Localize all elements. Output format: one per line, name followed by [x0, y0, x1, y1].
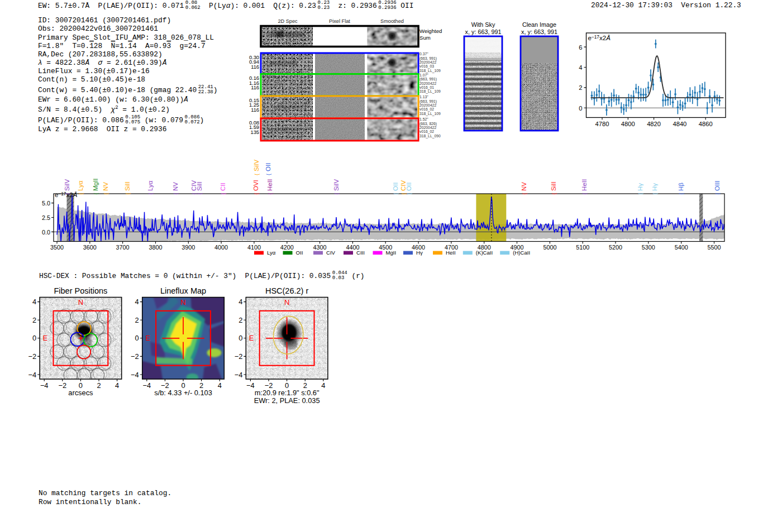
svg-text:Hβ: Hβ: [678, 183, 684, 191]
svg-text:HSC(26.2) r: HSC(26.2) r: [265, 286, 309, 295]
svg-text:E: E: [145, 334, 150, 342]
svg-text:SiIV: SiIV: [64, 179, 70, 191]
svg-text:{: {: [103, 193, 109, 194]
svg-text:{: {: [652, 193, 658, 194]
svg-text:E: E: [249, 334, 254, 342]
svg-text:6: 6: [579, 44, 582, 51]
svg-text:m:20.9 re:1.9" s:0.6": m:20.9 re:1.9" s:0.6": [255, 389, 320, 397]
svg-text:5200: 5200: [609, 244, 622, 251]
svg-text:OII: OII: [296, 250, 303, 256]
svg-text:−2: −2: [28, 352, 37, 361]
svg-text:4: 4: [135, 298, 139, 306]
svg-text:4300: 4300: [313, 244, 327, 251]
svg-text:4: 4: [115, 381, 119, 390]
svg-text:5000: 5000: [543, 244, 556, 251]
svg-text:{: {: [173, 193, 179, 194]
svg-text:OII: OII: [265, 163, 271, 171]
svg-text:OIII: OIII: [714, 180, 721, 191]
svg-text:4820: 4820: [647, 121, 661, 127]
svg-text:Lyα: Lyα: [77, 180, 84, 191]
svg-text:{: {: [93, 193, 99, 194]
svg-text:−2: −2: [235, 352, 243, 361]
svg-text:NV: NV: [172, 182, 179, 191]
svg-text:MgII: MgII: [92, 179, 99, 191]
svg-text:4100: 4100: [247, 244, 261, 251]
svg-text:{: {: [254, 193, 259, 194]
svg-text:2.5: 2.5: [42, 214, 50, 221]
svg-text:SiII: SiII: [124, 181, 131, 191]
svg-text:CII: CII: [220, 183, 226, 191]
svg-text:2: 2: [97, 381, 101, 390]
svg-text:5300: 5300: [642, 244, 655, 251]
svg-text:OII: OII: [406, 183, 412, 191]
svg-text:4780: 4780: [595, 121, 609, 127]
svg-text:2: 2: [32, 316, 36, 324]
svg-text:{: {: [582, 193, 588, 194]
svg-text:0: 0: [239, 334, 242, 342]
svg-text:{: {: [715, 193, 721, 194]
svg-text:4860: 4860: [699, 121, 713, 127]
svg-text:−4: −4: [143, 381, 151, 390]
svg-text:Hγ: Hγ: [651, 183, 658, 191]
svg-text:{: {: [401, 193, 407, 194]
svg-text:0: 0: [579, 105, 582, 112]
svg-text:{: {: [638, 193, 643, 194]
svg-text:CIII: CIII: [356, 250, 365, 256]
svg-text:3500: 3500: [50, 244, 64, 251]
svg-text:NV: NV: [102, 182, 109, 191]
svg-text:{: {: [125, 193, 131, 194]
svg-text:4840: 4840: [673, 121, 686, 127]
svg-text:HeII: HeII: [266, 179, 273, 191]
svg-text:EWr: 2, PLAE: 0.035: EWr: 2, PLAE: 0.035: [254, 396, 320, 405]
svg-text:{: {: [407, 193, 412, 194]
svg-text:0: 0: [135, 334, 139, 342]
svg-text:Hγ: Hγ: [416, 250, 423, 256]
svg-text:e−17x2Å: e−17x2Å: [588, 34, 611, 42]
svg-text:Fiber Positions: Fiber Positions: [54, 286, 107, 295]
svg-text:3900: 3900: [182, 244, 195, 251]
svg-text:4: 4: [579, 64, 582, 71]
svg-text:4: 4: [218, 381, 222, 390]
svg-text:3700: 3700: [116, 244, 130, 251]
svg-text:{: {: [78, 193, 84, 194]
svg-text:{: {: [148, 193, 154, 194]
svg-text:{: {: [679, 193, 684, 194]
svg-text:0.0: 0.0: [42, 229, 50, 236]
svg-text:−4: −4: [28, 371, 37, 379]
svg-text:3600: 3600: [83, 244, 97, 251]
svg-text:4200: 4200: [280, 244, 294, 251]
svg-text:{: {: [221, 193, 226, 194]
svg-text:{: {: [334, 193, 340, 194]
svg-text:{: {: [268, 193, 273, 194]
svg-text:N: N: [78, 298, 83, 306]
svg-text:arcsecs: arcsecs: [68, 389, 93, 397]
svg-text:0: 0: [32, 334, 36, 342]
svg-text:{: {: [254, 174, 260, 175]
svg-text:2: 2: [579, 84, 582, 91]
svg-text:4800: 4800: [621, 121, 635, 127]
svg-text:Lyα: Lyα: [267, 250, 276, 256]
svg-text:Lyα: Lyα: [147, 180, 154, 191]
svg-text:{: {: [522, 193, 527, 194]
svg-text:CIV: CIV: [326, 250, 336, 256]
svg-text:5400: 5400: [675, 244, 688, 251]
svg-text:N: N: [180, 298, 185, 306]
svg-text:{: {: [192, 193, 197, 194]
svg-text:OII: OII: [392, 183, 399, 191]
svg-text:5500: 5500: [707, 244, 721, 251]
svg-text:SiII: SiII: [196, 181, 203, 191]
svg-text:5100: 5100: [576, 244, 589, 251]
svg-text:E: E: [43, 334, 48, 342]
svg-text:Lineflux Map: Lineflux Map: [160, 286, 206, 295]
svg-text:(H)CaII: (H)CaII: [513, 250, 530, 256]
svg-text:−4: −4: [235, 371, 243, 379]
svg-text:−4: −4: [131, 371, 139, 379]
svg-text:4: 4: [32, 298, 36, 306]
svg-text:2: 2: [135, 316, 139, 324]
svg-text:3800: 3800: [149, 244, 162, 251]
svg-text:{: {: [551, 193, 557, 194]
svg-text:OVI: OVI: [252, 180, 259, 191]
svg-text:{: {: [266, 174, 271, 175]
svg-text:−4: −4: [246, 381, 255, 390]
svg-text:2: 2: [239, 316, 242, 324]
